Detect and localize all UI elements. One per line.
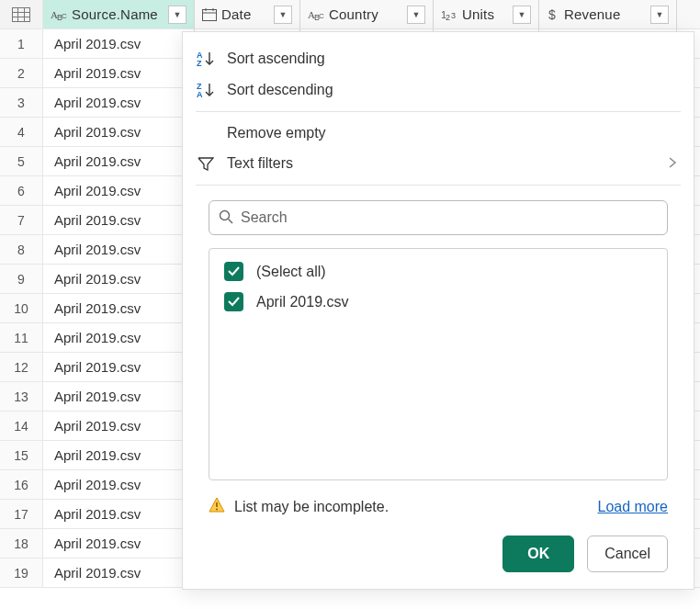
search-icon [219, 209, 233, 227]
row-number[interactable]: 8 [0, 235, 43, 264]
chevron-right-icon [668, 156, 677, 172]
row-number[interactable]: 18 [0, 529, 43, 558]
cancel-button[interactable]: Cancel [587, 536, 668, 572]
text-type-icon: ABC [308, 8, 324, 21]
row-number[interactable]: 3 [0, 88, 43, 117]
incomplete-list-text: List may be incomplete. [234, 499, 589, 515]
text-filters-item[interactable]: Text filters [183, 148, 694, 179]
cell-source[interactable]: April 2019.csv [43, 59, 195, 87]
row-number[interactable]: 15 [0, 441, 43, 469]
cell-source[interactable]: April 2019.csv [43, 353, 195, 381]
column-header-date[interactable]: Date ▼ [195, 0, 300, 28]
warning-icon [209, 497, 225, 517]
cell-source[interactable]: April 2019.csv [43, 323, 195, 352]
column-header-units[interactable]: 123 Units ▼ [434, 0, 539, 28]
menu-item-label: Sort descending [227, 82, 677, 98]
row-number[interactable]: 14 [0, 412, 43, 440]
column-label: Revenue [564, 0, 646, 28]
row-number[interactable]: 12 [0, 353, 43, 381]
cell-source[interactable]: April 2019.csv [43, 470, 195, 499]
svg-text:3: 3 [451, 11, 456, 20]
svg-text:A: A [197, 90, 203, 98]
cell-source[interactable]: April 2019.csv [43, 235, 195, 264]
date-type-icon [202, 8, 217, 21]
menu-divider [196, 185, 681, 186]
column-header-revenue[interactable]: $ Revenue ▼ [539, 0, 677, 28]
row-number[interactable]: 13 [0, 382, 43, 411]
incomplete-list-notice: List may be incomplete. Load more [209, 497, 668, 517]
cell-source[interactable]: April 2019.csv [43, 118, 195, 146]
svg-text:$: $ [548, 8, 556, 21]
filter-dropdown-button[interactable]: ▼ [407, 6, 425, 24]
column-header-source[interactable]: ABC Source.Name ▼ [43, 0, 195, 28]
column-label: Units [462, 0, 508, 28]
cell-source[interactable]: April 2019.csv [43, 88, 195, 117]
cell-source[interactable]: April 2019.csv [43, 294, 195, 322]
cell-source[interactable]: April 2019.csv [43, 29, 195, 58]
cell-source[interactable]: April 2019.csv [43, 147, 195, 175]
filter-search-box[interactable] [209, 200, 668, 235]
filter-dropdown-panel: A Z Sort ascending Z A Sort descending R… [182, 31, 694, 590]
cell-source[interactable]: April 2019.csv [43, 206, 195, 234]
row-number[interactable]: 9 [0, 265, 43, 293]
filter-icon [196, 156, 216, 171]
row-number[interactable]: 19 [0, 558, 43, 587]
row-number[interactable]: 1 [0, 29, 43, 58]
row-number[interactable]: 10 [0, 294, 43, 322]
filter-dropdown-button[interactable]: ▼ [274, 6, 292, 24]
svg-text:C: C [62, 12, 67, 20]
menu-item-label: Remove empty [227, 125, 677, 141]
row-number[interactable]: 6 [0, 176, 43, 205]
cell-source[interactable]: April 2019.csv [43, 558, 195, 587]
cell-source[interactable]: April 2019.csv [43, 176, 195, 205]
column-label: Source.Name [72, 0, 164, 28]
filter-values-list: (Select all) April 2019.csv [209, 248, 668, 480]
table-icon [12, 7, 30, 22]
svg-line-26 [229, 219, 233, 223]
row-selector-header[interactable] [0, 0, 43, 28]
svg-rect-8 [203, 9, 217, 20]
row-number[interactable]: 11 [0, 323, 43, 352]
svg-text:Z: Z [197, 59, 202, 67]
filter-value-item[interactable]: April 2019.csv [224, 292, 652, 311]
svg-point-29 [216, 509, 218, 511]
cell-source[interactable]: April 2019.csv [43, 529, 195, 558]
column-label: Date [221, 0, 269, 28]
filter-value-label: (Select all) [256, 264, 326, 280]
ok-button[interactable]: OK [502, 536, 574, 572]
row-number[interactable]: 5 [0, 147, 43, 175]
filter-dropdown-button[interactable]: ▼ [168, 6, 186, 24]
cell-source[interactable]: April 2019.csv [43, 382, 195, 411]
sort-desc-icon: Z A [196, 82, 216, 98]
cell-source[interactable]: April 2019.csv [43, 500, 195, 528]
filter-dropdown-button[interactable]: ▼ [650, 6, 669, 24]
row-number[interactable]: 16 [0, 470, 43, 499]
sort-ascending-item[interactable]: A Z Sort ascending [183, 43, 694, 74]
load-more-link[interactable]: Load more [598, 499, 669, 515]
number-type-icon: 123 [441, 8, 457, 21]
header-row: ABC Source.Name ▼ Date ▼ ABC Country ▼ 1… [0, 0, 700, 29]
row-number[interactable]: 17 [0, 500, 43, 528]
menu-divider [196, 111, 681, 112]
svg-point-25 [220, 210, 230, 220]
column-header-country[interactable]: ABC Country ▼ [300, 0, 434, 28]
sort-asc-icon: A Z [196, 51, 216, 67]
filter-value-select-all[interactable]: (Select all) [224, 262, 652, 281]
dialog-buttons: OK Cancel [209, 536, 668, 572]
row-number[interactable]: 4 [0, 118, 43, 146]
cell-source[interactable]: April 2019.csv [43, 412, 195, 440]
currency-type-icon: $ [547, 8, 559, 21]
sort-descending-item[interactable]: Z A Sort descending [183, 74, 694, 106]
row-number[interactable]: 7 [0, 206, 43, 234]
svg-text:2: 2 [446, 13, 450, 21]
filter-dropdown-button[interactable]: ▼ [513, 6, 531, 24]
cell-source[interactable]: April 2019.csv [43, 265, 195, 293]
remove-empty-item[interactable]: Remove empty [183, 118, 694, 149]
menu-item-label: Sort ascending [227, 51, 677, 67]
search-input[interactable] [241, 209, 658, 226]
menu-item-label: Text filters [227, 155, 657, 172]
cell-source[interactable]: April 2019.csv [43, 441, 195, 469]
checkbox-checked-icon [224, 292, 243, 311]
checkbox-checked-icon [224, 262, 243, 281]
row-number[interactable]: 2 [0, 59, 43, 87]
